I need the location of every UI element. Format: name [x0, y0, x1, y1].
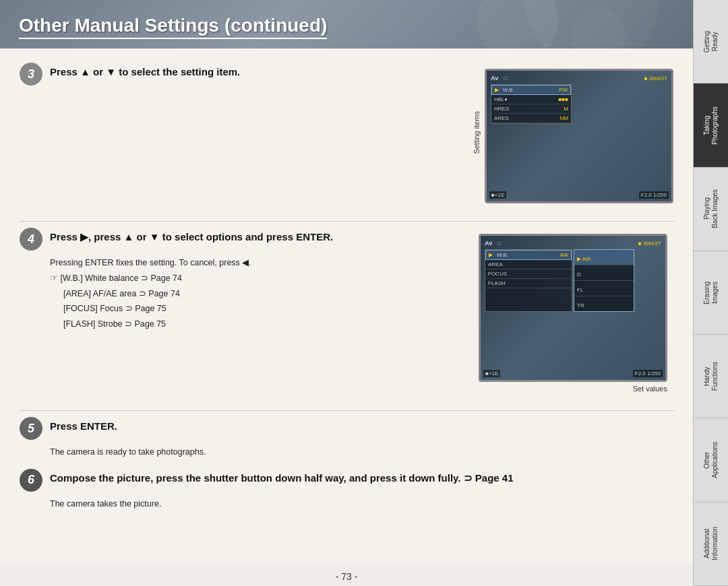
camera-screen-2: Av □ ■ 30M/2T ▶ W.B. AW [479, 234, 667, 382]
step-6-left: 6 Compose the picture, press the shutter… [19, 468, 674, 513]
step-4-section: 4 Press ▶, press ▲ or ▼ to select option… [19, 227, 674, 393]
sidebar-getting-ready-label: GettingReady [703, 31, 719, 53]
step-6-section: 6 Compose the picture, press the shutter… [19, 468, 674, 513]
cam-menu2-area: AREA [485, 260, 572, 269]
cam-bottom-bar-2: ■+1E F2.0 1/250 [483, 370, 663, 377]
sidebar-erasing-label: ErasingImages [703, 282, 719, 304]
step-5-left: 5 Press ENTER. The camera is ready to ta… [19, 416, 674, 461]
cam-mode-2: Av [485, 240, 492, 247]
cam-menu-item-hbl: HBL♦ ■■■ [491, 95, 571, 104]
cam-icons-1: □ [504, 75, 507, 82]
step-4-line-5: [FLASH] Strobe ⊃ Page 75 [50, 318, 458, 331]
cam2-wb-label: W.B. [497, 252, 508, 258]
sidebar-handy-functions-label: HandyFunctions [703, 362, 719, 391]
step-3-header: 3 Press ▲ or ▼ to select the setting ite… [19, 62, 458, 86]
page-content: 3 Press ▲ or ▼ to select the setting ite… [0, 48, 693, 564]
step-4-header: 4 Press ▶, press ▲ or ▼ to select option… [19, 227, 458, 251]
divider-1 [19, 221, 674, 222]
divider-2 [19, 410, 674, 411]
sidebar-playing-back-label: PlayingBack Images [703, 189, 719, 228]
step-3-screen-wrapper: Setting items Av □ ■ 30M/2T [473, 62, 673, 203]
cam-menu2-focus: FOCUS [485, 269, 572, 279]
step-4-line-4: [FOCUS] Focus ⊃ Page 75 [50, 302, 458, 315]
step-3-section: 3 Press ▲ or ▼ to select the setting ite… [19, 62, 674, 203]
step-5-title: Press ENTER. [50, 416, 117, 433]
step-3-circle: 3 [20, 63, 42, 86]
cam-mode-1: Av [491, 75, 498, 82]
cam-top-bar-1: Av □ ■ 30M/2T [491, 75, 667, 82]
cam-top-right-1: ■ 30M/2T [644, 75, 667, 82]
cam-top-bar-2: Av □ ■ 30M/2T [485, 240, 661, 247]
cam-menu-item-wb: ▶ W.B. FW [491, 85, 571, 95]
step-4-circle: 4 [20, 228, 42, 251]
step-4-line-3: [AREA] AF/AE area ⊃ Page 74 [50, 288, 458, 300]
cam2-wb-arrow: ▶ [489, 252, 493, 258]
step-4-left: 4 Press ▶, press ▲ or ▼ to select option… [19, 227, 458, 393]
cam2-wb-value: AW [559, 252, 568, 258]
step-4-body: Pressing ENTER fixes the setting. To can… [19, 257, 458, 331]
main-content: Other Manual Settings (continued) 3 Pres… [0, 0, 693, 586]
cam-bottom-bar-1: ■+1E F2.0 1/250 [489, 191, 669, 199]
cam-menu-1: ▶ W.B. FW HBL♦ ■■■ HRES [491, 84, 572, 124]
step-5-body: The camera is ready to take photographs. [19, 446, 674, 459]
cam-ares-label: ARES [494, 115, 509, 121]
cam-sub-item-d: D [574, 265, 634, 281]
cam-top-right-2: ■ 30M/2T [638, 240, 661, 247]
sidebar-additional-info-label: AdditionalInformation [703, 527, 719, 560]
sidebar-item-getting-ready[interactable]: GettingReady [694, 0, 728, 84]
sidebar-item-playing-back[interactable]: PlayingBack Images [694, 168, 728, 251]
step-4-icon: 4 [19, 227, 43, 251]
cam-sub-item-fl: FL [574, 281, 634, 296]
step-5-circle: 5 [20, 417, 42, 440]
page-header: Other Manual Settings (continued) [0, 0, 693, 48]
cam-submenu: ▶ AW D FL TR [574, 249, 634, 312]
step-6-circle: 6 [20, 469, 42, 492]
cam-ares-value: NM [560, 115, 568, 121]
step-5-section: 5 Press ENTER. The camera is ready to ta… [19, 416, 674, 461]
step-6-icon: 6 [19, 468, 43, 492]
sidebar-item-taking-photographs[interactable]: TakingPhotographs [694, 84, 728, 167]
setting-items-label: Setting items [473, 111, 481, 154]
step-3-right: Setting items Av □ ■ 30M/2T [472, 62, 674, 203]
step-5-desc: The camera is ready to take photographs. [50, 446, 674, 459]
cam-menu-item-hres: HRES M [491, 104, 571, 114]
camera-ui-1: Av □ ■ 30M/2T ▶ W.B. FW [487, 71, 671, 201]
cam-sub-fl: FL [577, 287, 583, 293]
cam-sub-tr: TR [577, 302, 584, 308]
step-4-title: Press ▶, press ▲ or ▼ to select options … [50, 227, 333, 244]
cam2-flash-label: FLASH [488, 280, 506, 286]
cam-hres-label: HRES [494, 106, 509, 112]
camera-screen-1: Av □ ■ 30M/2T ▶ W.B. FW [485, 69, 673, 203]
cam-menu-2-main: ▶ W.B. AW AREA FOCUS [485, 249, 572, 312]
set-values-label: Set values [633, 385, 674, 393]
cam-sub-item-aw: ▶ AW [574, 250, 634, 265]
step-6-header: 6 Compose the picture, press the shutter… [19, 468, 674, 492]
step-6-title: Compose the picture, press the shutter b… [50, 468, 514, 485]
page-title: Other Manual Settings (continued) [19, 15, 327, 39]
cam-wb-label: W.B. [503, 87, 514, 93]
cam-hres-value: M [564, 106, 568, 112]
cam-bottom-text-1: ■+1E [489, 191, 506, 199]
sidebar-item-erasing[interactable]: ErasingImages [694, 251, 728, 335]
page-number: - 73 - [0, 564, 693, 586]
cam-menu2-flash: FLASH [485, 279, 572, 288]
camera-ui-2: Av □ ■ 30M/2T ▶ W.B. AW [481, 236, 665, 380]
step-3-left: 3 Press ▲ or ▼ to select the setting ite… [19, 62, 458, 203]
step-6-body: The camera takes the picture. [19, 498, 674, 511]
cam-menu2-wb: ▶ W.B. AW [485, 250, 572, 260]
sidebar-item-additional-info[interactable]: AdditionalInformation [694, 502, 728, 586]
step-3-icon: 3 [19, 62, 43, 86]
step-4-line-2: ☞ [W.B.] White balance ⊃ Page 74 [50, 272, 458, 285]
step-4-right: Av □ ■ 30M/2T ▶ W.B. AW [472, 227, 674, 393]
cam2-focus-label: FOCUS [488, 271, 507, 277]
step-6-desc: The camera takes the picture. [50, 498, 674, 511]
sidebar-other-applications-label: OtherApplications [703, 442, 719, 478]
cam-menu-item-ares: ARES NM [491, 114, 571, 123]
sidebar-item-other-applications[interactable]: OtherApplications [694, 418, 728, 502]
cam2-area-label: AREA [488, 261, 503, 267]
cam-hbl-label: HBL♦ [494, 96, 508, 102]
cam-sub-item-tr: TR [574, 296, 634, 311]
step-5-icon: 5 [19, 416, 43, 441]
cam-bottom-text-2: F2.0 1/250 [639, 191, 669, 199]
sidebar-item-handy-functions[interactable]: HandyFunctions [694, 335, 728, 418]
